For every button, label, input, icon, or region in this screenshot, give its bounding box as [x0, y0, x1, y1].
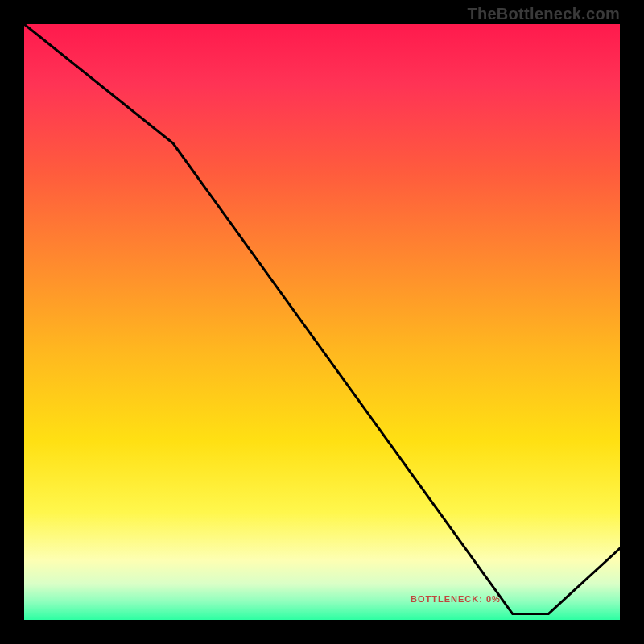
- bottleneck-zero-label: BOTTLENECK: 0%: [411, 594, 501, 604]
- plot-area: BOTTLENECK: 0%: [24, 24, 620, 620]
- bottleneck-line: [24, 24, 620, 620]
- chart-frame: TheBottleneck.com BOTTLENECK: 0%: [0, 0, 644, 644]
- attribution-text: TheBottleneck.com: [467, 5, 620, 23]
